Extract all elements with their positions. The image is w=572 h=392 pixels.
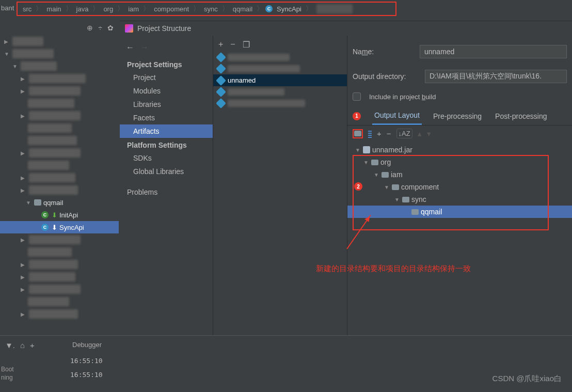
folder-icon: [402, 197, 409, 202]
tree-initapi[interactable]: InitApi: [59, 211, 78, 219]
back-icon[interactable]: ←: [126, 43, 134, 52]
crumb-java[interactable]: java: [74, 5, 91, 13]
crumb-src[interactable]: src: [21, 5, 34, 13]
tree-syncapi[interactable]: SyncApi: [59, 224, 84, 231]
crumb-redacted: [316, 4, 353, 13]
add-icon[interactable]: +: [30, 341, 35, 350]
dir-qqmail[interactable]: qqmail: [421, 208, 442, 216]
name-input[interactable]: [420, 45, 567, 58]
up-icon: ▴: [418, 129, 422, 138]
crumb-main[interactable]: main: [44, 5, 63, 13]
nav-group-project: Project Settings: [120, 57, 213, 71]
include-checkbox[interactable]: [353, 92, 361, 101]
nav-libraries[interactable]: Libraries: [120, 98, 213, 111]
collapse-icon[interactable]: ÷: [98, 24, 102, 32]
remove-icon[interactable]: −: [387, 129, 391, 138]
nav-artifacts[interactable]: Artifacts: [120, 124, 213, 138]
detail-tabs: 1 Output Layout Pre-processing Post-proc…: [347, 107, 572, 126]
tab-pre-processing[interactable]: Pre-processing: [431, 108, 484, 124]
nav-project[interactable]: Project: [120, 71, 213, 84]
output-layout-tree: ▼unnamed.jar ▼org ▼iam ▼compoment ▼sync …: [347, 142, 572, 220]
artifact-item[interactable]: [213, 98, 347, 109]
dir-org[interactable]: org: [380, 158, 391, 166]
filter-icon[interactable]: ▼.: [5, 341, 15, 350]
dir-compoment[interactable]: compoment: [401, 183, 439, 191]
dialog-title: Project Structure: [120, 21, 572, 36]
annotation-badge-1: 1: [353, 112, 361, 120]
nav-sdks[interactable]: SDKs: [120, 151, 213, 165]
annotation-badge-2: 2: [354, 182, 362, 191]
jar-node[interactable]: unnamed.jar: [372, 146, 412, 154]
debug-panel: ▼. ⌂ + Debugger 16:55:10 16:55:10 Boot n…: [0, 335, 572, 392]
crumb-org[interactable]: org: [101, 5, 115, 13]
dir-iam[interactable]: iam: [391, 170, 403, 179]
add-folder-button[interactable]: [353, 129, 363, 138]
side-labels: Boot ning: [0, 365, 14, 382]
compile-icon[interactable]: [368, 130, 372, 138]
output-dir-label: Output directory:: [353, 72, 420, 81]
nav-group-platform: Platform Settings: [120, 138, 213, 151]
crumb-compoment[interactable]: compoment: [152, 5, 191, 13]
log-line: 16:55:10: [67, 368, 107, 382]
copy-icon[interactable]: ❐: [243, 40, 250, 50]
jar-icon: [216, 64, 226, 74]
class-icon: C: [41, 211, 49, 218]
tab-post-processing[interactable]: Post-processing: [493, 108, 549, 124]
name-label: Name:: [353, 48, 415, 56]
target-icon[interactable]: ⊕: [87, 24, 93, 32]
folder-icon: [371, 160, 378, 165]
artifact-item-selected[interactable]: unnamed: [213, 74, 347, 86]
tree-qqmail[interactable]: qqmail: [43, 199, 63, 207]
sort-icon[interactable]: ↓AZ: [396, 129, 412, 138]
annotation-text: 新建的目录结构要和项目的目录结构保持一致: [316, 264, 471, 274]
jar-icon: [216, 75, 226, 86]
add-icon[interactable]: +: [218, 40, 223, 50]
breadcrumb-truncated: bant: [1, 4, 14, 12]
layout-icon[interactable]: ⌂: [20, 341, 25, 350]
artifact-item[interactable]: [213, 52, 347, 63]
add-icon[interactable]: +: [377, 129, 382, 138]
output-dir-input[interactable]: [425, 70, 567, 83]
include-label: Include in project build: [369, 93, 436, 101]
jar-archive-icon: [363, 146, 370, 153]
dir-sync[interactable]: sync: [411, 195, 426, 203]
crumb-iam[interactable]: iam: [126, 5, 141, 13]
watermark: CSDN @爪哇xiao白: [492, 374, 562, 384]
forward-icon: →: [140, 43, 149, 52]
folder-icon: [382, 172, 389, 178]
debugger-tab[interactable]: Debugger: [67, 336, 107, 354]
artifact-item[interactable]: [213, 86, 347, 98]
down-icon: ▾: [427, 129, 431, 138]
nav-global-libraries[interactable]: Global Libraries: [120, 165, 213, 178]
artifact-item[interactable]: [213, 63, 347, 74]
crumb-qqmail[interactable]: qqmail: [231, 5, 255, 13]
crumb-syncapi[interactable]: SyncApi: [275, 5, 304, 13]
crumb-sync[interactable]: sync: [202, 5, 220, 13]
jar-icon: [216, 87, 226, 97]
log-line: 16:55:10: [67, 354, 107, 368]
project-tree: ⊕ ÷ ✿ ▶ ▼ ▼ ▶ ▶ ▶ ▶ ▶ ▶ ▼qqmail C⬇InitAp…: [0, 21, 119, 335]
class-icon: C: [41, 224, 49, 231]
jar-icon: [216, 98, 226, 108]
intellij-icon: [125, 24, 133, 33]
remove-icon[interactable]: −: [230, 40, 235, 50]
folder-icon: [34, 199, 41, 206]
nav-problems[interactable]: Problems: [120, 185, 213, 199]
breadcrumb: src〉 main〉 java〉 org〉 iam〉 compoment〉 sy…: [17, 2, 396, 16]
folder-icon: [392, 184, 399, 190]
folder-icon: [411, 209, 419, 215]
tree-toolbar: ⊕ ÷ ✿: [0, 21, 119, 35]
class-icon: C: [265, 5, 273, 12]
nav-facets[interactable]: Facets: [120, 111, 213, 124]
tab-output-layout[interactable]: Output Layout: [372, 107, 422, 125]
nav-modules[interactable]: Modules: [120, 84, 213, 98]
jar-icon: [216, 52, 226, 62]
gear-icon[interactable]: ✿: [107, 24, 114, 32]
